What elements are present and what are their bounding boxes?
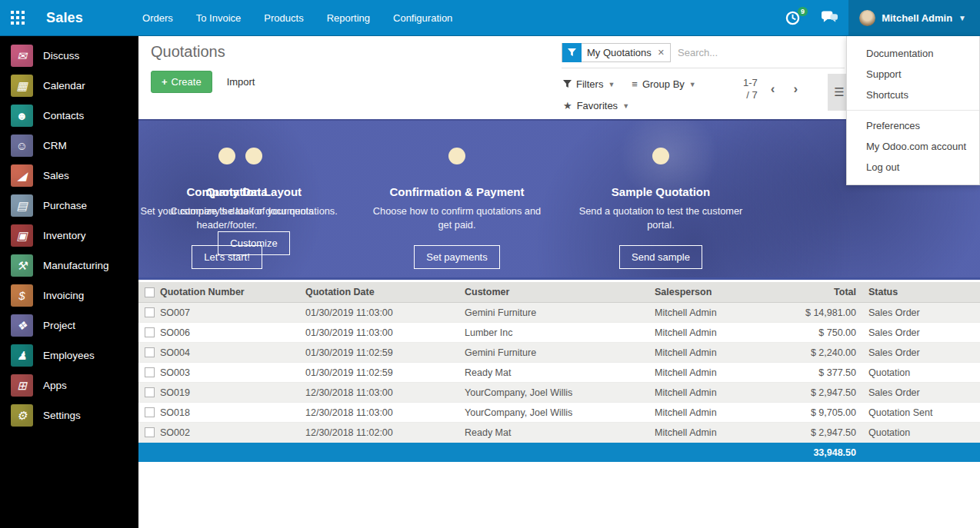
app-icon: ♟ xyxy=(11,344,33,367)
app-icon: ▤ xyxy=(11,194,33,217)
favorites-button[interactable]: ★ Favorites▼ xyxy=(563,100,629,111)
step-description: Customize the look of your quotations. xyxy=(165,204,342,218)
row-checkbox[interactable] xyxy=(145,387,155,397)
create-button[interactable]: +Create xyxy=(151,71,212,93)
search-facet: My Quotations ✕ xyxy=(562,43,671,62)
navbar-menu-item[interactable]: Products xyxy=(252,0,315,35)
sidebar-item[interactable]: ⚒ Manufacturing xyxy=(0,251,138,281)
table-row[interactable]: SO003 01/30/2019 11:02:59 Ready Mat Mitc… xyxy=(138,363,980,383)
facet-remove-icon[interactable]: ✕ xyxy=(657,48,670,58)
messages-icon[interactable] xyxy=(811,0,848,35)
select-all-checkbox[interactable] xyxy=(145,287,155,297)
row-checkbox[interactable] xyxy=(145,307,155,317)
search-input[interactable] xyxy=(671,47,845,58)
pager-next-icon[interactable]: › xyxy=(788,81,803,97)
table-row[interactable]: SO007 01/30/2019 11:03:00 Gemini Furnitu… xyxy=(138,303,980,323)
table-footer-row: 33,948.50 xyxy=(138,443,980,462)
onboarding-step-button[interactable]: Set payments xyxy=(414,245,500,269)
sidebar-item-label: Inventory xyxy=(43,230,86,241)
sidebar-item-label: Manufacturing xyxy=(43,260,109,271)
pager-range: 1-7 / 7 xyxy=(743,77,758,101)
dropdown-menu-item[interactable]: Documentation xyxy=(847,43,979,64)
row-checkbox[interactable] xyxy=(145,427,155,437)
cell-quotation-date: 12/30/2018 11:03:00 xyxy=(305,407,465,418)
column-header[interactable]: Quotation Number xyxy=(160,287,305,297)
sidebar-item-label: CRM xyxy=(43,140,67,151)
dropdown-menu-item[interactable]: My Odoo.com account xyxy=(847,136,979,157)
cell-total: $ 2,240.00 xyxy=(793,347,862,358)
navbar-menu: OrdersTo InvoiceProductsReportingConfigu… xyxy=(131,0,464,35)
app-icon: ☻ xyxy=(11,105,33,127)
user-menu-button[interactable]: Mitchell Admin ▼ xyxy=(848,0,980,35)
row-checkbox[interactable] xyxy=(145,367,155,377)
navbar-menu-item[interactable]: To Invoice xyxy=(185,0,253,35)
onboarding-step-button[interactable]: Customize xyxy=(218,231,289,255)
pager-previous-icon[interactable]: ‹ xyxy=(765,81,781,97)
table-row[interactable]: SO004 01/30/2019 11:02:59 Gemini Furnitu… xyxy=(138,343,980,363)
cell-quotation-date: 01/30/2019 11:02:59 xyxy=(305,367,465,378)
sidebar-item[interactable]: ▦ Calendar xyxy=(0,71,138,101)
row-checkbox[interactable] xyxy=(145,347,155,357)
row-checkbox[interactable] xyxy=(145,327,155,337)
onboarding-step: Confirmation & Payment Choose how to con… xyxy=(368,148,545,269)
column-header[interactable]: Salesperson xyxy=(655,287,793,297)
cell-salesperson: Mitchell Admin xyxy=(655,327,793,338)
table-row[interactable]: SO002 12/30/2018 11:02:00 Ready Mat Mitc… xyxy=(138,423,980,443)
quotations-table: Quotation Number Quotation Date Customer… xyxy=(138,282,980,462)
dropdown-menu-item[interactable]: Log out xyxy=(847,157,979,178)
sidebar-item[interactable]: $ Invoicing xyxy=(0,281,138,310)
column-header[interactable]: Quotation Date xyxy=(305,287,465,297)
apps-grid-icon[interactable] xyxy=(0,0,35,35)
chevron-down-icon: ▼ xyxy=(958,14,966,22)
table-row[interactable]: SO018 12/30/2018 11:03:00 YourCompany, J… xyxy=(138,403,980,423)
activity-badge: 9 xyxy=(798,7,808,16)
app-brand[interactable]: Sales xyxy=(35,0,94,35)
row-checkbox[interactable] xyxy=(145,407,155,417)
user-name: Mitchell Admin xyxy=(882,12,952,24)
dropdown-menu-item[interactable]: Shortcuts xyxy=(847,85,979,105)
sidebar-item[interactable]: ✉ Discuss xyxy=(0,41,138,71)
dropdown-menu-item[interactable]: Support xyxy=(847,64,979,85)
table-row[interactable]: SO006 01/30/2019 11:03:00 Lumber Inc Mit… xyxy=(138,323,980,343)
cell-salesperson: Mitchell Admin xyxy=(655,347,793,358)
sidebar-item[interactable]: ⊞ Apps xyxy=(0,370,138,400)
sidebar-item-label: Project xyxy=(43,320,75,331)
app-icon: ✉ xyxy=(11,45,33,67)
navbar-menu-item[interactable]: Orders xyxy=(131,0,185,35)
onboarding-step-button[interactable]: Send sample xyxy=(619,245,702,269)
navbar-menu-item[interactable]: Reporting xyxy=(315,0,382,35)
sidebar-item[interactable]: ☺ CRM xyxy=(0,131,138,161)
sidebar-item[interactable]: ⚙ Settings xyxy=(0,400,138,430)
page-title: Quotations xyxy=(151,43,225,61)
column-header[interactable]: Total xyxy=(793,287,862,297)
sidebar-item[interactable]: ◢ Sales xyxy=(0,161,138,191)
step-dot-icon xyxy=(652,148,669,164)
group-by-button[interactable]: ≡ Group By▼ xyxy=(632,78,695,90)
cell-customer: Ready Mat xyxy=(465,367,655,378)
cell-salesperson: Mitchell Admin xyxy=(655,387,793,398)
import-button[interactable]: Import xyxy=(227,76,255,88)
table-row[interactable]: SO019 12/30/2018 11:03:00 YourCompany, J… xyxy=(138,383,980,403)
sidebar-item[interactable]: ☻ Contacts xyxy=(0,101,138,131)
sidebar-item[interactable]: ▤ Purchase xyxy=(0,191,138,221)
activity-menu-button[interactable]: 9 xyxy=(775,0,811,35)
dropdown-menu-item[interactable]: Preferences xyxy=(847,115,979,136)
sidebar-item[interactable]: ♟ Employees xyxy=(0,340,138,370)
sidebar-item-label: Apps xyxy=(43,380,67,391)
column-header[interactable]: Customer xyxy=(465,287,655,297)
cell-customer: YourCompany, Joel Willis xyxy=(465,407,655,418)
sidebar-item[interactable]: ❖ Project xyxy=(0,310,138,340)
cell-status: Sales Order xyxy=(862,387,980,398)
column-header[interactable]: Status xyxy=(862,287,980,297)
cell-customer: Gemini Furniture xyxy=(465,347,655,358)
sidebar-item-label: Invoicing xyxy=(43,290,84,301)
cell-customer: Ready Mat xyxy=(465,427,655,438)
cell-total: $ 750.00 xyxy=(793,327,862,338)
filters-button[interactable]: Filters▼ xyxy=(563,78,615,90)
user-dropdown-menu: DocumentationSupportShortcuts Preference… xyxy=(846,36,980,185)
sidebar-item[interactable]: ▣ Inventory xyxy=(0,221,138,251)
navbar-menu-item[interactable]: Configuration xyxy=(382,0,464,35)
step-title: Quotation Layout xyxy=(165,185,342,198)
pager: 1-7 / 7 ‹ › xyxy=(743,77,803,101)
app-icon: ▦ xyxy=(11,75,33,97)
